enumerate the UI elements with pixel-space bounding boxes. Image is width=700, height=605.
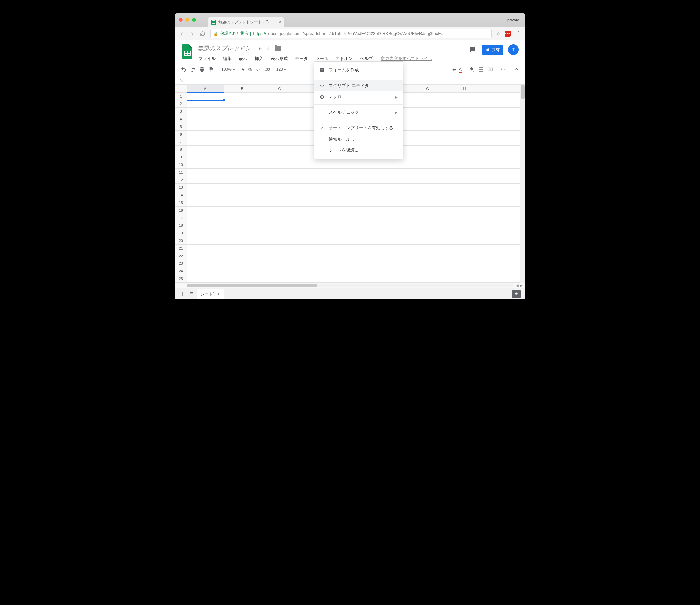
cell[interactable] [483, 100, 520, 108]
more-toolbar-button[interactable]: ••• [500, 67, 506, 72]
share-button[interactable]: 共有 [482, 45, 503, 55]
cell[interactable] [446, 176, 483, 184]
move-to-folder-icon[interactable] [275, 46, 281, 51]
scroll-right-icon[interactable]: ▶ [520, 284, 523, 287]
cell[interactable] [409, 100, 446, 108]
cell[interactable] [224, 123, 261, 131]
address-bar[interactable]: 🔒 保護された通信 | https://docs.google.com/spre… [210, 29, 492, 38]
cell[interactable] [224, 161, 261, 168]
cell[interactable] [483, 237, 520, 245]
cell[interactable] [224, 207, 261, 214]
cell[interactable] [446, 199, 483, 207]
star-icon[interactable]: ☆ [266, 45, 271, 52]
row-header[interactable]: 22 [175, 252, 187, 260]
cell[interactable] [187, 267, 224, 275]
row-header[interactable]: 3 [175, 108, 187, 115]
cell[interactable] [261, 131, 298, 138]
cell[interactable] [483, 199, 520, 207]
cell[interactable] [261, 100, 298, 108]
cell[interactable] [446, 108, 483, 115]
menu-view[interactable]: 表示 [238, 54, 249, 63]
col-header-G[interactable]: G [409, 85, 446, 93]
cell[interactable] [446, 153, 483, 161]
cell[interactable] [483, 184, 520, 191]
fx-label[interactable]: fx [175, 78, 188, 83]
row-header[interactable]: 23 [175, 260, 187, 267]
cell[interactable] [446, 230, 483, 237]
explore-button[interactable] [512, 290, 521, 298]
cell[interactable] [446, 184, 483, 191]
cell[interactable] [372, 267, 409, 275]
cell[interactable] [298, 252, 335, 260]
row-header[interactable]: 16 [175, 207, 187, 214]
cell[interactable] [335, 184, 372, 191]
cell[interactable] [409, 275, 446, 283]
cell[interactable] [335, 191, 372, 199]
cell[interactable] [187, 230, 224, 237]
cell[interactable] [187, 207, 224, 214]
cell[interactable] [483, 245, 520, 252]
cell[interactable] [483, 252, 520, 260]
col-header-C[interactable]: C [261, 85, 298, 93]
cell[interactable] [224, 100, 261, 108]
cell[interactable] [187, 108, 224, 115]
cell[interactable] [335, 245, 372, 252]
row-header[interactable]: 4 [175, 115, 187, 123]
cell[interactable] [372, 191, 409, 199]
cell[interactable] [298, 161, 335, 168]
bookmark-star-icon[interactable]: ☆ [496, 31, 500, 36]
comments-icon[interactable] [469, 46, 477, 53]
cell[interactable] [409, 138, 446, 146]
cell[interactable] [372, 222, 409, 230]
cell[interactable] [372, 207, 409, 214]
menu-item-autocomplete[interactable]: ✓ オートコンプリートを有効にする [314, 122, 403, 134]
cell[interactable] [483, 214, 520, 222]
cell[interactable] [298, 214, 335, 222]
cell[interactable] [298, 176, 335, 184]
cell[interactable] [446, 214, 483, 222]
cell[interactable] [187, 168, 224, 176]
cell[interactable] [409, 131, 446, 138]
cell[interactable] [224, 131, 261, 138]
cell[interactable] [483, 176, 520, 184]
cell[interactable] [409, 184, 446, 191]
cell[interactable] [372, 184, 409, 191]
cell[interactable] [335, 199, 372, 207]
menu-item-create-form[interactable]: フォームを作成 [314, 64, 403, 76]
cell[interactable] [335, 230, 372, 237]
cell[interactable] [261, 237, 298, 245]
cell[interactable] [446, 131, 483, 138]
cell[interactable] [298, 207, 335, 214]
cell[interactable] [261, 108, 298, 115]
cell[interactable] [187, 100, 224, 108]
cell[interactable] [372, 199, 409, 207]
decrease-decimals-button[interactable]: .0← [255, 68, 261, 72]
row-header[interactable]: 21 [175, 245, 187, 252]
cell[interactable] [335, 252, 372, 260]
row-header[interactable]: 15 [175, 199, 187, 207]
text-color-button[interactable]: A [459, 67, 462, 72]
cell[interactable] [409, 161, 446, 168]
cell[interactable] [372, 252, 409, 260]
cell[interactable] [187, 222, 224, 230]
percent-format-button[interactable]: % [248, 67, 252, 72]
cell[interactable] [446, 146, 483, 153]
currency-format-button[interactable]: ¥ [242, 67, 245, 72]
add-sheet-button[interactable]: ＋ [179, 289, 186, 298]
cell[interactable] [261, 146, 298, 153]
cell[interactable] [224, 275, 261, 283]
cell[interactable] [335, 168, 372, 176]
cell[interactable] [261, 168, 298, 176]
row-header[interactable]: 9 [175, 153, 187, 161]
cell[interactable] [409, 237, 446, 245]
cell[interactable] [261, 161, 298, 168]
cell[interactable] [224, 222, 261, 230]
cell[interactable] [446, 245, 483, 252]
scrollbar-thumb[interactable] [186, 284, 317, 287]
row-header[interactable]: 8 [175, 146, 187, 153]
cell[interactable] [446, 115, 483, 123]
cell[interactable] [224, 230, 261, 237]
increase-decimals-button[interactable]: .00→ [265, 68, 273, 72]
merge-cells-icon[interactable] [487, 67, 493, 72]
cell[interactable] [261, 260, 298, 267]
